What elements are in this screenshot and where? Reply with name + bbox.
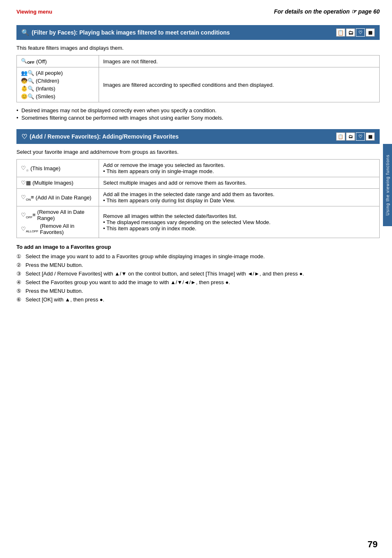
qoff-icon: 🔍OFF bbox=[21, 58, 35, 65]
fav-add-date-icon: ♡ON≡ bbox=[21, 194, 34, 201]
smiles-icon: 😊🔍 bbox=[21, 93, 34, 100]
table-row: ♡ON≡ (Add All in Date Range) Add all the… bbox=[17, 189, 380, 206]
fav-multi-icon: ♡▦ bbox=[21, 180, 31, 186]
note-1: Desired images may not be displayed corr… bbox=[16, 107, 380, 113]
table-row: 🔍OFF (Off) Images are not filtered. bbox=[17, 56, 380, 67]
list-item: ⑥ Select [OK] with ▲, then press ●. bbox=[16, 296, 380, 303]
section1-header: 🔍 (Filter by Faces): Playing back images… bbox=[16, 25, 380, 40]
step-num-3: ③ bbox=[16, 271, 21, 277]
infants-icon: 👶🔍 bbox=[21, 86, 34, 92]
list-item: ④ Select the Favorites group you want to… bbox=[16, 279, 380, 285]
note-2: Sometimes filtering cannot be performed … bbox=[16, 115, 380, 121]
fav-this-image-label: ♡☆ (This Image) bbox=[21, 165, 95, 172]
section2-header: ♡ (Add / Remove Favorites): Adding/Remov… bbox=[16, 129, 380, 144]
row1-label: 🔍OFF (Off) bbox=[21, 58, 95, 65]
step-num-2: ② bbox=[16, 262, 21, 268]
table-row: ♡☆ (This Image) Add or remove the image … bbox=[17, 160, 380, 177]
section1-intro: This feature filters images and displays… bbox=[16, 45, 380, 51]
table-row: ♡▦ (Multiple Images) Select multiple ima… bbox=[17, 177, 380, 189]
icon-multi: 🗂 bbox=[346, 28, 355, 37]
page-number: 79 bbox=[368, 539, 378, 550]
section1-table: 🔍OFF (Off) Images are not filtered. 👥🔍 (… bbox=[16, 55, 380, 102]
row5-label: 😊🔍 (Smiles) bbox=[21, 93, 95, 100]
fav-multiple-label: ♡▦ (Multiple Images) bbox=[21, 180, 95, 186]
fav-this-icon: ♡☆ bbox=[21, 165, 29, 172]
section2-intro: Select your favorite image and add/remov… bbox=[16, 149, 380, 155]
page-reference: For details on the operation ☞ page 60 bbox=[274, 8, 380, 15]
fav-remove-date-icon: ♡OFF≡ bbox=[21, 212, 36, 219]
icon-list: 📋 bbox=[336, 28, 345, 37]
page-ref-icon: ☞ bbox=[351, 8, 358, 15]
page-header: Viewing menu For details on the operatio… bbox=[16, 8, 380, 15]
table-row: 👥🔍 (All people) 🧒🔍 (Children) 👶🔍 (Infant… bbox=[17, 67, 380, 102]
fav-remove-date-label: ♡OFF≡ (Remove All in Date Range) bbox=[21, 209, 95, 221]
icon-grid: ▦ bbox=[366, 28, 375, 37]
icon-heart: ♡ bbox=[356, 28, 365, 37]
subsection-heading: To add an image to a Favorites group bbox=[16, 244, 380, 250]
row2-label: 👥🔍 (All people) bbox=[21, 70, 95, 76]
list-item: ③ Select [Add / Remove Favorites] with ▲… bbox=[16, 271, 380, 277]
step-num-6: ⑥ bbox=[16, 296, 21, 303]
section1-title: 🔍 (Filter by Faces): Playing back images… bbox=[21, 29, 230, 36]
section1-notes: Desired images may not be displayed corr… bbox=[16, 107, 380, 121]
fav-add-date-label: ♡ON≡ (Add All in Date Range) bbox=[21, 194, 95, 201]
icon-heart2: ♡ bbox=[356, 132, 365, 141]
section2-icons: 📋 🗂 ♡ ▦ bbox=[336, 132, 375, 141]
steps-list: ① Select the image you want to add to a … bbox=[16, 253, 380, 303]
children-icon: 🧒🔍 bbox=[21, 78, 34, 84]
table-row: ♡OFF≡ (Remove All in Date Range) ♡ALLOFF… bbox=[17, 206, 380, 238]
filter-icon: 🔍 bbox=[21, 29, 29, 36]
section1-icons: 📋 🗂 ♡ ▦ bbox=[336, 28, 375, 37]
row3-label: 🧒🔍 (Children) bbox=[21, 78, 95, 84]
step-num-4: ④ bbox=[16, 279, 21, 285]
list-item: ⑤ Press the MENU button. bbox=[16, 288, 380, 294]
list-item: ② Press the MENU button. bbox=[16, 262, 380, 268]
section2-title: ♡ (Add / Remove Favorites): Adding/Remov… bbox=[21, 133, 179, 141]
fav-remove-all-label: ♡ALLOFF (Remove All in Favorites) bbox=[21, 223, 95, 235]
step-num-5: ⑤ bbox=[16, 288, 21, 294]
section-label: Viewing menu bbox=[16, 9, 52, 15]
page-container: Viewing menu For details on the operatio… bbox=[0, 0, 392, 558]
heart-icon: ♡ bbox=[21, 133, 27, 141]
all-people-icon: 👥🔍 bbox=[21, 70, 34, 76]
step-num-1: ① bbox=[16, 253, 21, 259]
icon-list2: 📋 bbox=[336, 132, 345, 141]
icon-grid2: ▦ bbox=[366, 132, 375, 141]
side-tab: Using the viewing functions bbox=[383, 144, 392, 226]
fav-remove-all-icon: ♡ALLOFF bbox=[21, 226, 38, 233]
section2-table: ♡☆ (This Image) Add or remove the image … bbox=[16, 159, 380, 238]
icon-multi2: 🗂 bbox=[346, 132, 355, 141]
list-item: ① Select the image you want to add to a … bbox=[16, 253, 380, 259]
row4-label: 👶🔍 (Infants) bbox=[21, 86, 95, 92]
